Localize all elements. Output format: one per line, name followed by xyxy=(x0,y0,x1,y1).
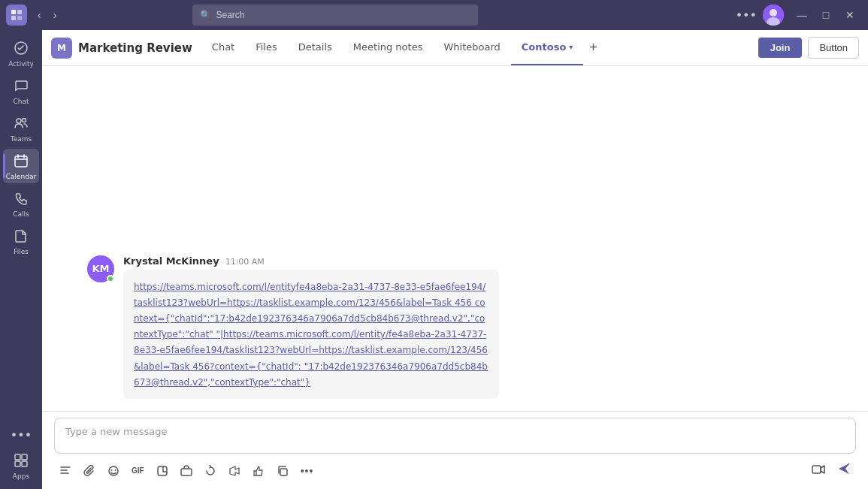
svg-rect-1 xyxy=(17,10,22,14)
compose-area: Type a new message GIF xyxy=(42,411,868,489)
tab-whiteboard[interactable]: Whiteboard xyxy=(433,30,510,65)
user-avatar[interactable] xyxy=(763,5,784,26)
more-toolbar-button[interactable]: ••• xyxy=(295,461,319,481)
compose-toolbar: GIF xyxy=(54,458,856,483)
message-group: KM Krystal McKinney 11:00 AM https://tea… xyxy=(87,255,823,399)
copy-button[interactable] xyxy=(271,461,294,481)
sidebar-item-calendar[interactable]: Calendar xyxy=(3,149,39,183)
sidebar-item-apps-label: Apps xyxy=(13,472,29,480)
app-icon xyxy=(6,5,27,26)
svg-rect-18 xyxy=(181,469,192,475)
compose-box[interactable]: Type a new message xyxy=(54,418,856,454)
gif-button[interactable]: GIF xyxy=(126,463,150,478)
sidebar-item-activity-label: Activity xyxy=(8,60,34,68)
message-bubble: https://teams.microsoft.com/l/entityfe4a… xyxy=(123,270,499,399)
content-area: M Marketing Review Chat Files Details Me… xyxy=(42,30,868,489)
message-content: Krystal McKinney 11:00 AM https://teams.… xyxy=(123,255,823,399)
message-header: Krystal McKinney 11:00 AM xyxy=(123,255,823,267)
avatar-initials: KM xyxy=(92,263,109,274)
svg-rect-2 xyxy=(11,16,16,20)
nav-back-button[interactable]: ‹ xyxy=(33,6,46,24)
svg-point-5 xyxy=(770,9,777,17)
more-icon: ••• xyxy=(11,428,32,442)
main-layout: Activity Chat Teams xyxy=(0,30,868,489)
title-bar: ‹ › 🔍 ••• — □ ✕ xyxy=(0,0,868,30)
tab-contoso-label: Contoso xyxy=(522,41,567,53)
search-input[interactable] xyxy=(216,10,470,20)
svg-rect-13 xyxy=(22,461,27,466)
activity-icon xyxy=(14,41,29,59)
more-options-icon[interactable]: ••• xyxy=(736,8,757,23)
tab-chat[interactable]: Chat xyxy=(201,30,245,65)
svg-point-7 xyxy=(17,119,21,123)
sidebar: Activity Chat Teams xyxy=(0,30,42,489)
format-button[interactable] xyxy=(54,461,77,481)
message-time: 11:00 AM xyxy=(225,257,265,267)
chat-spacer xyxy=(87,78,823,243)
tab-files[interactable]: Files xyxy=(245,30,288,65)
tab-meeting-notes[interactable]: Meeting notes xyxy=(343,30,434,65)
sidebar-item-chat[interactable]: Chat xyxy=(3,74,39,108)
forward-button[interactable] xyxy=(223,461,246,481)
nav-buttons: ‹ › xyxy=(33,6,61,24)
nav-forward-button[interactable]: › xyxy=(49,6,62,24)
calls-icon xyxy=(14,191,29,209)
message-link[interactable]: https://teams.microsoft.com/l/entityfe4a… xyxy=(134,282,488,388)
channel-icon: M xyxy=(51,38,72,59)
svg-rect-17 xyxy=(158,466,167,475)
sidebar-item-calendar-label: Calendar xyxy=(6,173,36,180)
chat-icon xyxy=(14,78,29,96)
join-button[interactable]: Join xyxy=(758,38,803,58)
svg-rect-11 xyxy=(22,454,27,460)
send-button[interactable] xyxy=(832,458,856,483)
like-button[interactable] xyxy=(247,461,270,481)
sidebar-item-calls-label: Calls xyxy=(13,210,29,218)
svg-rect-10 xyxy=(15,454,20,460)
channel-title: Marketing Review xyxy=(78,41,192,55)
extension-button[interactable] xyxy=(175,461,198,481)
action-button[interactable]: Button xyxy=(808,37,859,59)
add-tab-button[interactable]: + xyxy=(583,30,603,65)
video-share-button[interactable] xyxy=(806,459,830,482)
svg-point-15 xyxy=(111,469,113,471)
sidebar-item-more[interactable]: ••• xyxy=(3,424,39,445)
search-icon: 🔍 xyxy=(200,10,211,20)
search-bar[interactable]: 🔍 xyxy=(192,5,478,26)
apps-icon xyxy=(14,453,29,471)
attach-button[interactable] xyxy=(78,461,101,481)
svg-rect-0 xyxy=(11,10,16,14)
message-author: Krystal McKinney xyxy=(123,255,219,267)
tab-contoso[interactable]: Contoso ▾ xyxy=(511,30,584,65)
loop-button[interactable] xyxy=(199,461,222,481)
svg-point-8 xyxy=(23,119,26,122)
tab-contoso-chevron: ▾ xyxy=(569,43,573,51)
tab-details[interactable]: Details xyxy=(288,30,343,65)
close-button[interactable]: ✕ xyxy=(838,5,862,26)
maximize-button[interactable]: □ xyxy=(814,5,838,26)
channel-header-right: Join Button xyxy=(758,37,859,59)
sidebar-item-teams-label: Teams xyxy=(11,135,32,143)
channel-tabs: Chat Files Details Meeting notes Whitebo… xyxy=(201,30,603,65)
teams-icon xyxy=(14,116,29,134)
sidebar-item-calls[interactable]: Calls xyxy=(3,186,39,221)
sidebar-item-activity[interactable]: Activity xyxy=(3,36,39,71)
online-status-indicator xyxy=(107,275,114,282)
sidebar-item-files[interactable]: Files xyxy=(3,224,39,258)
calendar-icon xyxy=(14,153,29,171)
svg-rect-9 xyxy=(15,156,27,167)
svg-point-16 xyxy=(115,469,116,471)
window-controls: — □ ✕ xyxy=(790,5,862,26)
chat-area: KM Krystal McKinney 11:00 AM https://tea… xyxy=(42,66,868,411)
sidebar-item-apps[interactable]: Apps xyxy=(3,448,39,483)
minimize-button[interactable]: — xyxy=(790,5,814,26)
svg-rect-20 xyxy=(812,466,821,473)
emoji-button[interactable] xyxy=(102,461,125,481)
svg-rect-19 xyxy=(280,469,287,475)
sidebar-item-teams[interactable]: Teams xyxy=(3,111,39,146)
active-indicator xyxy=(3,154,5,178)
avatar: KM xyxy=(87,255,114,282)
channel-header: M Marketing Review Chat Files Details Me… xyxy=(42,30,868,66)
svg-rect-12 xyxy=(15,461,20,466)
compose-placeholder: Type a new message xyxy=(65,426,168,437)
sticker-button[interactable] xyxy=(151,461,174,481)
